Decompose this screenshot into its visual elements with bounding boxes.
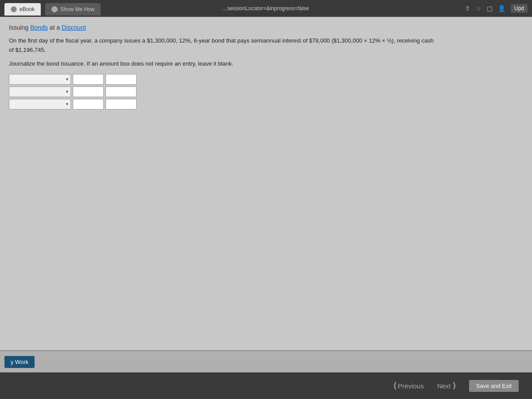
account-select-1[interactable] bbox=[9, 74, 71, 85]
credit-input-3[interactable] bbox=[106, 99, 137, 110]
tab-show-me-how[interactable]: Show Me How bbox=[45, 3, 101, 16]
journal-row-1: ▼ bbox=[9, 74, 151, 85]
account-select-3[interactable] bbox=[9, 99, 71, 110]
bottom-bar: y Work bbox=[0, 350, 532, 372]
debit-input-3[interactable] bbox=[73, 99, 104, 110]
ebook-icon bbox=[11, 6, 17, 12]
journal-row-2: ▼ bbox=[9, 86, 151, 97]
next-button[interactable]: Next ⟩ bbox=[437, 381, 456, 391]
account-select-wrapper-3: ▼ bbox=[9, 99, 71, 110]
bookmark-icon[interactable]: ☆ bbox=[476, 5, 481, 12]
browser-icons: ⇧ ☆ ▢ 👤 Upd bbox=[465, 0, 528, 17]
journal-table: ▼ ▼ ▼ bbox=[9, 74, 151, 110]
my-work-button[interactable]: y Work bbox=[4, 356, 35, 368]
debit-input-1[interactable] bbox=[73, 74, 104, 85]
user-icon[interactable]: 👤 bbox=[498, 5, 505, 12]
debit-input-2[interactable] bbox=[73, 86, 104, 97]
window-icon[interactable]: ▢ bbox=[487, 5, 493, 12]
instruction-text: Journalize the bond issuance. If an amou… bbox=[9, 60, 523, 67]
credit-input-2[interactable] bbox=[106, 86, 137, 97]
update-button[interactable]: Upd bbox=[511, 4, 528, 13]
chevron-right-icon: ⟩ bbox=[453, 381, 456, 391]
discount-link[interactable]: Discount bbox=[62, 24, 86, 31]
tab-show-me-label: Show Me How bbox=[60, 6, 94, 12]
journal-row-3: ▼ bbox=[9, 99, 151, 110]
account-select-wrapper-1: ▼ bbox=[9, 74, 71, 85]
nav-footer: ⟨ Previous Next ⟩ Save and Exit bbox=[0, 372, 532, 399]
section-title: Issuing Bonds at a Discount bbox=[9, 24, 523, 31]
browser-bar: eBook Show Me How ...sessionLocator=&inp… bbox=[0, 0, 532, 17]
previous-button[interactable]: ⟨ Previous bbox=[393, 381, 424, 391]
credit-input-1[interactable] bbox=[106, 74, 137, 85]
chevron-left-icon: ⟨ bbox=[393, 381, 396, 391]
tab-ebook[interactable]: eBook bbox=[4, 3, 41, 16]
show-me-icon bbox=[51, 6, 58, 12]
problem-text: On the first day of the fiscal year, a c… bbox=[9, 36, 523, 55]
save-exit-button[interactable]: Save and Exit bbox=[469, 380, 519, 392]
share-icon[interactable]: ⇧ bbox=[465, 5, 470, 12]
tab-ebook-label: eBook bbox=[20, 6, 35, 12]
bonds-link[interactable]: Bonds bbox=[30, 24, 48, 31]
main-content: Issuing Bonds at a Discount On the first… bbox=[0, 17, 532, 350]
account-select-2[interactable] bbox=[9, 86, 71, 97]
account-select-wrapper-2: ▼ bbox=[9, 86, 71, 97]
